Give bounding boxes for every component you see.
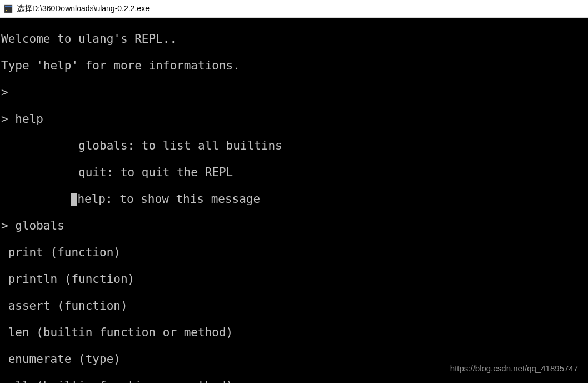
terminal-line: Welcome to ulang's REPL.. bbox=[1, 32, 587, 46]
globals-item: assert (function) bbox=[1, 299, 587, 312]
window-titlebar[interactable]: 选择D:\360Downloads\ulang-0.2.2.exe bbox=[0, 0, 588, 18]
help-globals: globals: to list all builtins bbox=[78, 139, 282, 152]
globals-item: println (function) bbox=[1, 272, 587, 286]
svg-rect-3 bbox=[6, 9, 9, 9]
terminal-command: > help bbox=[1, 112, 587, 126]
terminal-line: quit: to quit the REPL bbox=[1, 166, 587, 179]
svg-rect-2 bbox=[6, 8, 8, 8]
terminal-line: globals: to list all builtins bbox=[1, 139, 587, 152]
terminal-line: Type 'help' for more informations. bbox=[1, 59, 587, 72]
globals-item: print (function) bbox=[1, 246, 587, 259]
cursor-icon bbox=[71, 193, 77, 206]
globals-item: len (builtin_function_or_method) bbox=[1, 326, 587, 339]
terminal-area[interactable]: Welcome to ulang's REPL.. Type 'help' fo… bbox=[0, 18, 588, 383]
help-quit: quit: to quit the REPL bbox=[78, 166, 233, 179]
terminal-line: help: to show this message bbox=[1, 192, 587, 206]
help-help: help: to show this message bbox=[77, 192, 260, 206]
terminal-prompt: > bbox=[1, 86, 587, 99]
svg-rect-4 bbox=[6, 10, 7, 11]
terminal-icon bbox=[3, 4, 13, 14]
watermark-text: https://blog.csdn.net/qq_41895747 bbox=[450, 362, 578, 375]
terminal-command: > globals bbox=[1, 219, 587, 232]
window-title: 选择D:\360Downloads\ulang-0.2.2.exe bbox=[17, 4, 150, 14]
globals-item: all (builtin_function_or_method) bbox=[1, 379, 587, 383]
svg-rect-1 bbox=[5, 6, 12, 7]
